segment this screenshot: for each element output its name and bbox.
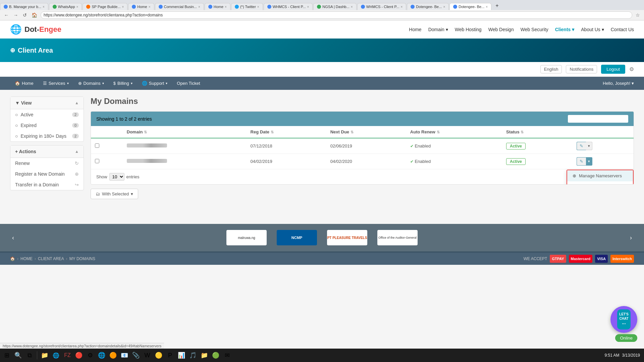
domain-name-blur-1 <box>127 143 167 147</box>
row2-checkbox[interactable] <box>95 159 99 163</box>
row2-action-btn[interactable]: ✎ <box>577 157 586 166</box>
tab-close-8[interactable]: × <box>307 5 309 9</box>
new-tab-button[interactable]: + <box>492 1 502 10</box>
reload-button[interactable]: ↺ <box>21 12 28 18</box>
row1-dropdown-btn[interactable]: ▾ <box>586 142 592 150</box>
site-nav-webhosting[interactable]: Web Hosting <box>455 27 482 32</box>
logout-button[interactable]: Logout <box>601 65 625 74</box>
back-button[interactable]: ← <box>3 12 10 18</box>
browser-tab-1[interactable]: B. Manage your b... × <box>0 3 48 10</box>
filter-icon: ▼ <box>15 100 20 106</box>
entries-select[interactable]: 10 25 50 <box>109 173 124 181</box>
browser-tab-2[interactable]: WhatsApp × <box>49 3 82 10</box>
breadcrumb-bar: 🏠 › HOME › CLIENT AREA › MY DOMAINS WE A… <box>0 253 644 265</box>
browser-tab-5[interactable]: Commercial Busin... × <box>155 3 204 10</box>
manage-nameservers-icon: ⊕ <box>573 173 576 178</box>
logo-engee: Engee <box>39 25 61 34</box>
banner-title: Client Area <box>10 47 53 54</box>
user-greeting[interactable]: Hello, Joseph! ▾ <box>603 77 634 90</box>
tab-close-2[interactable]: × <box>76 5 78 9</box>
site-nav-websecurity[interactable]: Web Security <box>521 27 548 32</box>
sidebar-view-header[interactable]: ▼ View ▲ <box>10 97 84 109</box>
browser-tab-10[interactable]: WHMCS - Client P... × <box>357 3 407 10</box>
breadcrumb-client-area-link[interactable]: CLIENT AREA <box>38 256 64 261</box>
tab-close-1[interactable]: × <box>43 5 45 9</box>
site-nav-home[interactable]: Home <box>409 27 421 32</box>
language-dropdown[interactable]: English <box>540 65 562 73</box>
site-nav-clients[interactable]: Clients ▾ <box>555 27 575 32</box>
sidebar-item-active[interactable]: ○ Active 2 <box>10 109 84 120</box>
notifications-dropdown[interactable]: Notifications <box>566 65 597 73</box>
browser-tab-7[interactable]: (*) Twitter × <box>231 3 263 10</box>
with-selected-button[interactable]: 🗂 With Selected ▾ <box>91 189 138 199</box>
site-footer: ‹ malruwa.ng NCMP PT PLEASURE TRAVELS Of… <box>0 224 644 251</box>
dropdown-manage-nameservers[interactable]: ⊕ Manage Nameservers <box>567 170 633 181</box>
partner-logo-2: NCMP <box>277 230 317 245</box>
tab-close-7[interactable]: × <box>257 5 259 9</box>
logo[interactable]: 🌐 Dot-Engee <box>10 24 61 35</box>
tab-close-3[interactable]: × <box>122 5 124 9</box>
domain-action-dropdown: ⊕ Manage Nameservers 👤 Edit Contact Info… <box>567 170 634 185</box>
navbar-item-open-ticket[interactable]: Open Ticket <box>172 77 205 90</box>
browser-tab-11[interactable]: Dotengee- Be... × <box>407 3 449 10</box>
row1-action-group: ✎ ▾ <box>577 142 630 150</box>
tab-close-5[interactable]: × <box>198 5 200 9</box>
browser-tab-4[interactable]: Home × <box>128 3 154 10</box>
browser-tab-8[interactable]: WHMCS - Client P... × <box>264 3 313 10</box>
site-nav-contactus[interactable]: Contact Us <box>611 27 634 32</box>
row2-nextdue: 04/02/2020 <box>326 154 406 169</box>
table-footer: Show 10 25 50 entries Previous <box>91 169 634 184</box>
browser-tab-12[interactable]: Dotengee- Be... × <box>449 3 491 10</box>
tab-close-9[interactable]: × <box>351 5 353 9</box>
tab-close-11[interactable]: × <box>443 5 445 9</box>
tab-label-12: Dotengee- Be... <box>459 5 484 9</box>
tab-favicon-8 <box>267 5 271 9</box>
th-nextdue[interactable]: Next Due ⇅ <box>326 126 406 138</box>
breadcrumb-home-link[interactable]: HOME <box>20 256 33 261</box>
dropdown-edit-contact[interactable]: 👤 Edit Contact Information <box>567 181 633 185</box>
sidebar-action-renew[interactable]: Renew ↻ <box>10 158 84 169</box>
th-regdate[interactable]: Reg Date ⇅ <box>247 126 326 138</box>
breadcrumb-sep-2: › <box>35 256 36 261</box>
sidebar-item-expired[interactable]: ○ Expired 0 <box>10 120 84 131</box>
address-input[interactable] <box>41 11 632 19</box>
browser-tab-6[interactable]: Home × <box>205 3 230 10</box>
site-nav-aboutus[interactable]: About Us ▾ <box>581 27 604 32</box>
site-nav-domain[interactable]: Domain ▾ <box>428 27 448 32</box>
table-header: Showing 1 to 2 of 2 entries <box>91 112 634 126</box>
table-search-input[interactable] <box>568 115 628 123</box>
th-autorenew[interactable]: Auto Renew ⇅ <box>406 126 502 138</box>
sidebar-action-register[interactable]: Register a New Domain ⊕ <box>10 169 84 179</box>
site-nav-webdesign[interactable]: Web Design <box>488 27 514 32</box>
tab-label-11: Dotengee- Be... <box>416 5 442 9</box>
logo-strip-prev[interactable]: ‹ <box>10 234 16 241</box>
tab-close-12[interactable]: × <box>486 5 488 9</box>
browser-tab-9[interactable]: NGSA | Dashb... × <box>313 3 356 10</box>
navbar-item-home[interactable]: 🏠 Home <box>10 77 38 90</box>
row1-checkbox[interactable] <box>95 143 99 148</box>
tab-close-6[interactable]: × <box>225 5 227 9</box>
tab-close-4[interactable]: × <box>149 5 151 9</box>
navbar-item-services[interactable]: ☰ Services ▾ <box>38 77 73 90</box>
row1-action-btn[interactable]: ✎ <box>577 142 586 150</box>
settings-icon-button[interactable]: ⚙ <box>629 66 634 72</box>
home-button[interactable]: 🏠 <box>30 12 39 18</box>
logo-strip-next[interactable]: › <box>628 234 634 241</box>
breadcrumb-sep-1: › <box>17 256 18 261</box>
billing-dropdown-icon: ▾ <box>131 81 132 85</box>
browser-tab-3[interactable]: SP Page Builde... × <box>83 3 127 10</box>
th-status[interactable]: Status ⇅ <box>502 126 573 138</box>
navbar-item-support[interactable]: 🌐 Support ▾ <box>137 77 172 90</box>
tab-close-10[interactable]: × <box>400 5 402 9</box>
navbar-item-billing[interactable]: $ Billing ▾ <box>109 77 137 90</box>
sidebar-action-transfer[interactable]: Transfer in a Domain ↪ <box>10 179 84 190</box>
bookmark-button[interactable]: ☆ <box>634 12 641 18</box>
navbar-item-domains[interactable]: ⊕ Domains ▾ <box>73 77 109 90</box>
sidebar-item-expiring[interactable]: ○ Expiring in 180+ Days 2 <box>10 131 84 141</box>
payment-visa: VISA <box>595 255 608 263</box>
row2-dropdown-btn[interactable]: ▾ <box>586 157 592 166</box>
th-domain[interactable]: Domain ⇅ <box>123 126 247 138</box>
domain-name-blur-2 <box>127 159 167 163</box>
forward-button[interactable]: → <box>12 12 19 18</box>
sidebar-actions-header[interactable]: + Actions ▲ <box>10 145 84 158</box>
